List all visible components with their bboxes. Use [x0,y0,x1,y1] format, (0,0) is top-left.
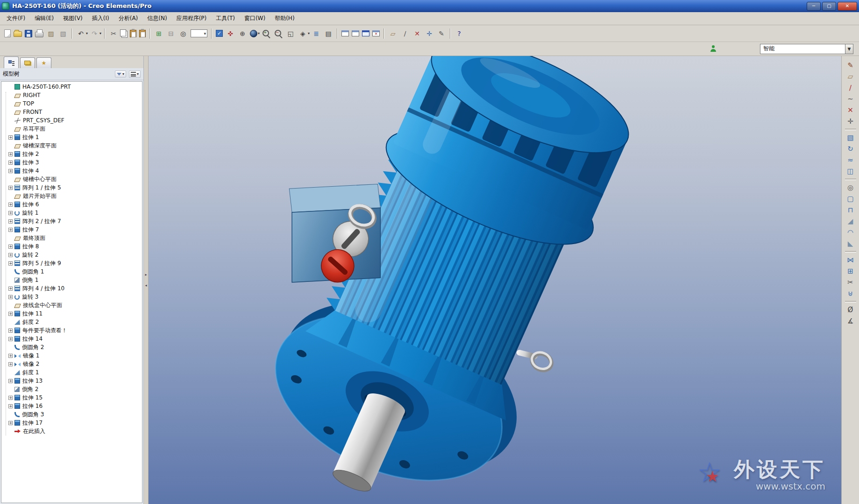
tree-item[interactable]: 拉伸 2 [1,150,142,158]
activate-window-button[interactable] [362,30,369,36]
regenerate-manager-button[interactable]: ⊟ [166,29,176,38]
pick-box-button[interactable]: ✜ [226,29,235,38]
regenerate-button[interactable]: ⊞ [154,29,163,38]
tree-item[interactable]: 翅片开始平面 [1,192,142,200]
expander-icon[interactable] [8,152,13,156]
separator[interactable] [337,28,338,39]
menu-item[interactable]: 文件(F) [2,12,30,25]
tree-item[interactable]: 键槽深度平面 [1,141,142,150]
expander-icon[interactable] [8,396,13,400]
menu-item[interactable]: 帮助(H) [270,12,299,25]
separator[interactable] [845,129,856,130]
erase-not-displayed-button[interactable]: ▨ [46,29,56,38]
expander-icon[interactable] [8,287,13,291]
smart-filter-combo[interactable]: 智能 ▼ [760,44,853,54]
menu-item[interactable]: 信息(N) [142,12,171,25]
favorites-tab[interactable]: ★ [36,57,51,68]
tree-item[interactable]: 拉伸 3 [1,158,142,167]
csys-tool-button[interactable]: ✛ [845,116,857,127]
csys-display-toggle[interactable]: ✛ [425,29,434,38]
print-button[interactable] [35,32,43,37]
minimize-button[interactable]: ─ [807,2,821,11]
tree-display-options-button[interactable]: ▾ [129,70,141,78]
tree-item[interactable]: 旋转 2 [1,251,142,259]
tree-item[interactable]: 斜度 2 [1,318,142,326]
menu-item[interactable]: 应用程序(P) [172,12,212,25]
menu-item[interactable]: 编辑(E) [30,12,58,25]
collapse-arrow-icon[interactable]: ▸ [145,273,147,277]
find-button[interactable]: ◎ [178,29,188,38]
tree-item[interactable]: 斜度 1 [1,368,142,377]
datum-axis-tool-button[interactable]: ∕ [845,82,857,93]
cut-button[interactable]: ✂ [109,29,118,38]
tree-item[interactable]: 键槽中心平面 [1,175,142,183]
zoom-out-button[interactable]: − [274,29,283,38]
tree-item[interactable]: 每件要手动查看！ [1,326,142,335]
dropdown-caret-icon[interactable]: ▾ [308,31,310,35]
separator[interactable] [149,28,150,39]
close-window-button[interactable]: ✕ [372,30,380,36]
spin-center-button[interactable]: ⊕ [238,29,247,38]
trim-tool-button[interactable]: ✂ [845,277,857,288]
expander-icon[interactable] [8,253,13,257]
display-style-button[interactable] [250,30,257,37]
blend-tool-button[interactable]: ◫ [845,166,857,177]
expander-icon[interactable] [8,421,13,425]
tree-item[interactable]: 拉伸 17 [1,419,142,427]
layer-tree-tab[interactable] [20,57,35,68]
menu-item[interactable]: 插入(I) [87,12,114,25]
new-window-button[interactable] [341,30,349,36]
tree-item[interactable]: PRT_CSYS_DEF [1,116,142,125]
tree-item[interactable]: HA-250T-160.PRT [1,83,142,91]
paste-special-button[interactable] [139,30,146,37]
menu-item[interactable]: 视图(V) [58,12,87,25]
tree-item[interactable]: 拉伸 13 [1,377,142,385]
separator[interactable] [383,28,384,39]
delete-old-versions-button[interactable]: ▧ [58,29,68,38]
tree-item[interactable]: 接线盒中心平面 [1,301,142,309]
plane-display-toggle[interactable]: ▱ [388,29,398,38]
sketch-tool-button[interactable]: ✎ [845,60,857,71]
tree-item[interactable]: 镜像 2 [1,360,142,368]
tree-item[interactable]: 旋转 3 [1,293,142,301]
tree-item[interactable]: 倒圆角 1 [1,267,142,276]
expander-icon[interactable] [8,161,13,165]
point-display-toggle[interactable]: ✕ [412,29,422,38]
revolve-tool-button[interactable]: ↻ [845,143,857,154]
tree-item[interactable]: RIGHT [1,91,142,99]
separator[interactable] [211,28,212,39]
selection-filter-box[interactable]: ▾ [191,29,207,37]
tree-item[interactable]: 镜像 1 [1,351,142,360]
tree-item[interactable]: 拉伸 8 [1,242,142,251]
menu-item[interactable]: 工具(T) [211,12,240,25]
tree-item[interactable]: 倒角 1 [1,276,142,284]
expander-icon[interactable] [8,186,13,190]
tree-item[interactable]: 拉伸 11 [1,309,142,318]
expander-icon[interactable] [8,312,13,316]
draft-tool-button[interactable]: ◢ [845,216,857,227]
annotation-display-toggle[interactable]: ✎ [437,29,446,38]
new-file-button[interactable] [4,29,11,37]
separator[interactable] [104,28,105,39]
undo-button[interactable]: ↶ [76,29,85,38]
expander-icon[interactable] [8,404,13,408]
rib-tool-button[interactable]: ⊓ [845,204,857,216]
view-manager-button[interactable]: ▤ [324,29,333,38]
merge-tool-button[interactable]: ⊎ [845,288,857,299]
datum-plane-tool-button[interactable]: ▱ [845,71,857,82]
round-tool-button[interactable]: ◠ [845,227,857,238]
expander-icon[interactable] [8,379,13,383]
expander-icon[interactable] [8,211,13,215]
tree-item[interactable]: 旋转 1 [1,209,142,217]
tree-item[interactable]: 拉伸 6 [1,200,142,209]
tree-item[interactable]: 吊耳平面 [1,125,142,133]
select-items-button[interactable]: ✓ [216,30,223,37]
tree-item[interactable]: 阵列 2 / 拉伸 7 [1,217,142,225]
expander-icon[interactable] [8,228,13,232]
pattern-tool-button[interactable]: ⊞ [845,266,857,277]
layers-button[interactable]: ≣ [312,29,321,38]
datum-curve-tool-button[interactable]: ~ [845,93,857,105]
tree-item[interactable]: 拉伸 15 [1,393,142,402]
tree-item[interactable]: 倒圆角 3 [1,410,142,419]
axis-display-toggle[interactable]: ∕ [400,29,410,38]
